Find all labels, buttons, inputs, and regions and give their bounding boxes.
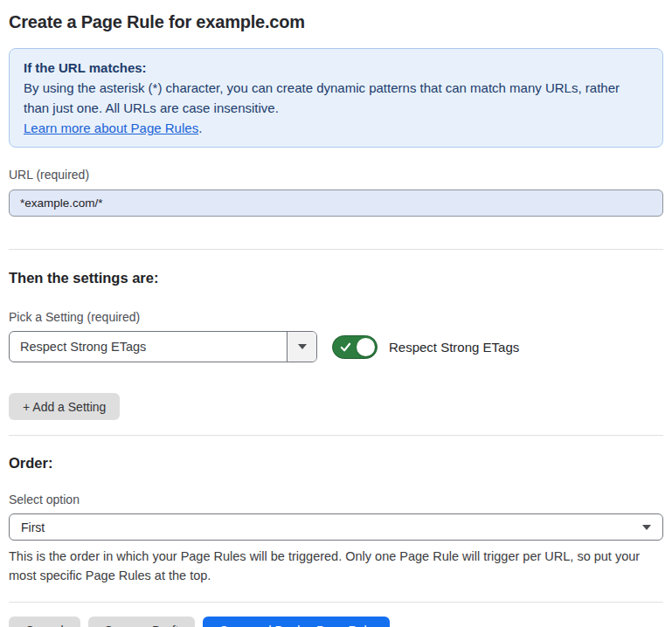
setting-select[interactable]: Respect Strong ETags	[9, 331, 317, 362]
info-box-heading: If the URL matches:	[24, 58, 648, 78]
link-suffix: .	[198, 121, 202, 135]
divider	[9, 249, 663, 250]
chevron-down-icon	[298, 344, 307, 349]
action-buttons-row: Cancel Save as Draft Save and Deploy Pag…	[9, 617, 663, 627]
page-title: Create a Page Rule for example.com	[9, 10, 663, 33]
info-box-link-line: Learn more about Page Rules.	[24, 118, 648, 138]
settings-section-heading: Then the settings are:	[9, 269, 663, 287]
save-and-deploy-button[interactable]: Save and Deploy Page Rule	[203, 617, 390, 627]
toggle-label: Respect Strong ETags	[389, 340, 519, 355]
pick-setting-label: Pick a Setting (required)	[9, 309, 663, 325]
order-help-text: This is the order in which your Page Rul…	[9, 547, 662, 585]
toggle-knob	[357, 338, 375, 356]
create-page-rule-panel: Create a Page Rule for example.com If th…	[0, 10, 672, 627]
save-as-draft-button[interactable]: Save as Draft	[88, 617, 196, 627]
info-box-body: By using the asterisk (*) character, you…	[24, 78, 648, 118]
order-section-heading: Order:	[9, 454, 663, 472]
url-match-info-box: If the URL matches: By using the asteris…	[9, 48, 663, 148]
respect-strong-etags-toggle[interactable]	[332, 335, 378, 359]
divider	[9, 602, 663, 603]
divider	[9, 435, 663, 436]
cancel-button[interactable]: Cancel	[9, 617, 80, 627]
add-setting-button[interactable]: + Add a Setting	[9, 393, 120, 420]
url-field-label: URL (required)	[9, 167, 663, 183]
learn-more-link[interactable]: Learn more about Page Rules	[24, 121, 198, 135]
order-select[interactable]: First	[9, 513, 663, 541]
check-icon	[340, 341, 351, 353]
setting-select-arrow[interactable]	[287, 332, 316, 362]
order-select-value: First	[21, 520, 642, 534]
url-input[interactable]	[9, 189, 663, 217]
setting-select-value: Respect Strong ETags	[10, 332, 287, 362]
order-select-label: Select option	[9, 492, 663, 507]
setting-row: Respect Strong ETags Respect Strong ETag…	[9, 331, 663, 362]
chevron-down-icon	[642, 525, 651, 530]
